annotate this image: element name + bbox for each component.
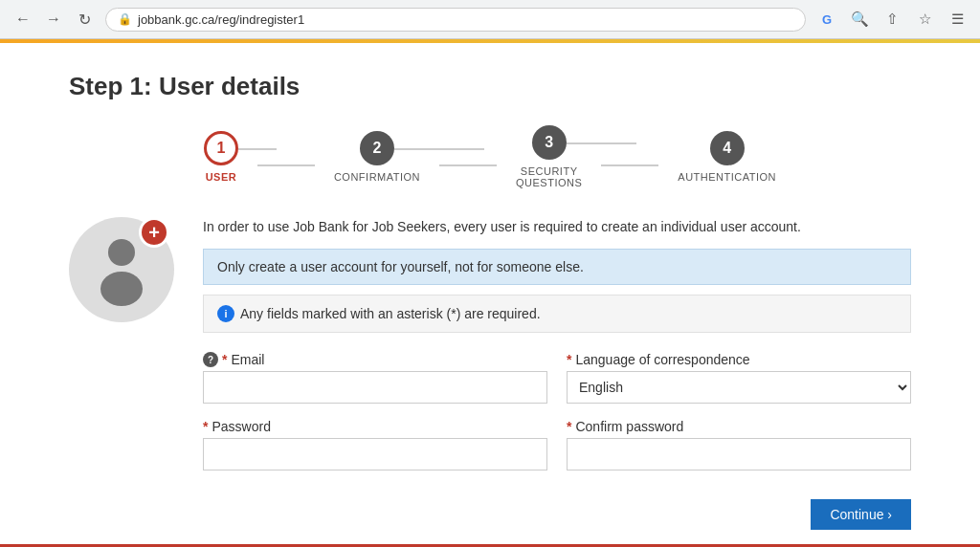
google-button[interactable]: G (813, 6, 840, 33)
back-button[interactable]: ← (10, 6, 36, 33)
step-3: 3 SECURITYQUESTIONS (497, 125, 601, 188)
form-section: + In order to use Job Bank for Job Seeke… (69, 217, 911, 530)
confirm-password-label: * Confirm password (567, 419, 911, 434)
language-group: * Language of correspondence English Fra… (567, 352, 911, 404)
page-title: Step 1: User details (69, 72, 911, 101)
step-2-label: CONFIRMATION (334, 171, 420, 183)
menu-button[interactable]: ☰ (944, 6, 970, 33)
confirm-password-group: * Confirm password (567, 419, 911, 470)
info-circle-icon: i (217, 305, 234, 322)
step-divider-2 (439, 164, 497, 166)
step-divider-3 (601, 164, 658, 166)
language-select[interactable]: English Français (567, 371, 911, 404)
step-1-circle: 1 (204, 131, 238, 165)
step-3-circle: 3 (532, 125, 567, 160)
email-label: ? * Email (203, 352, 547, 367)
url-text: jobbank.gc.ca/reg/indregister1 (138, 12, 304, 27)
step-divider-1 (257, 164, 315, 166)
step-1-label: USER (206, 171, 237, 183)
password-input[interactable] (203, 438, 547, 470)
step-1: 1 USER (185, 131, 257, 183)
step-4: 4 AUTHENTICATION (658, 131, 795, 183)
bookmark-button[interactable]: ☆ (911, 6, 938, 33)
email-group: ? * Email (203, 352, 547, 404)
password-label: * Password (203, 419, 547, 434)
confirm-password-input[interactable] (567, 438, 911, 470)
alert-blue: Only create a user account for yourself,… (203, 249, 911, 285)
avatar-plus-button[interactable]: + (139, 217, 169, 248)
reload-button[interactable]: ↻ (71, 6, 98, 33)
email-help-icon[interactable]: ? (203, 352, 218, 367)
lock-icon: 🔒 (118, 12, 132, 26)
alert-gray: i Any fields marked with an asterisk (*)… (203, 295, 911, 333)
avatar-area: + (69, 217, 174, 322)
language-label: * Language of correspondence (567, 352, 911, 367)
browser-chrome: ← → ↻ 🔒 jobbank.gc.ca/reg/indregister1 G… (0, 0, 980, 39)
share-button[interactable]: ⇧ (879, 6, 905, 33)
forward-button[interactable]: → (40, 6, 67, 33)
alert-gray-text: Any fields marked with an asterisk (*) a… (240, 306, 541, 321)
search-button[interactable]: 🔍 (846, 6, 873, 33)
step-indicator: 1 USER 2 CONFIRMATION 3 SECURITYQUESTION… (69, 125, 911, 188)
password-group: * Password (203, 419, 547, 470)
email-language-row: ? * Email * Language of correspondence E… (203, 352, 911, 404)
svg-point-0 (108, 239, 135, 266)
step-4-circle: 4 (710, 131, 745, 165)
continue-button[interactable]: Continue › (811, 499, 911, 530)
address-bar[interactable]: 🔒 jobbank.gc.ca/reg/indregister1 (105, 8, 806, 32)
step-2-circle: 2 (360, 131, 394, 165)
svg-point-1 (100, 272, 143, 306)
step-4-label: AUTHENTICATION (678, 171, 776, 183)
step-2: 2 CONFIRMATION (315, 131, 439, 183)
form-content: In order to use Job Bank for Job Seekers… (203, 217, 911, 530)
password-row: * Password * Confirm password (203, 419, 911, 470)
info-text: In order to use Job Bank for Job Seekers… (203, 217, 911, 237)
browser-actions: G 🔍 ⇧ ☆ ☰ (813, 6, 970, 33)
step-3-label: SECURITYQUESTIONS (516, 165, 582, 188)
email-input[interactable] (203, 371, 547, 404)
page-content: Step 1: User details 1 USER 2 CONFIRMATI… (31, 43, 949, 547)
nav-buttons: ← → ↻ (10, 6, 98, 33)
form-actions: Continue › (203, 490, 911, 530)
